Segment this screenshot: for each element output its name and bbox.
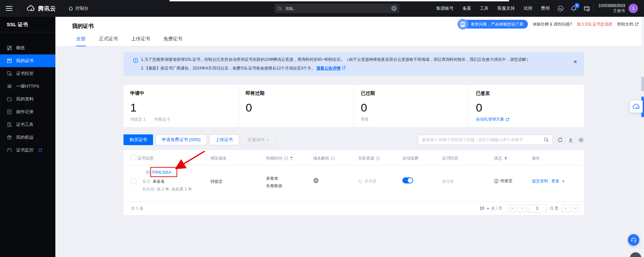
sidebar-item-my-benefits[interactable]: 我的权益 (0, 131, 55, 144)
stat-value: 1 (130, 101, 239, 114)
tab-all[interactable]: 全部 (76, 36, 86, 46)
col-label: 到期时间 (266, 156, 282, 161)
chat-support-button[interactable] (628, 234, 639, 246)
filter-icon[interactable] (504, 157, 508, 161)
sidebar-item-hosting[interactable]: 证书托管 (0, 67, 55, 80)
sidebar-item-my-documents[interactable]: 我的资料 (0, 93, 55, 105)
keyword-search-input[interactable] (422, 137, 544, 142)
external-link-icon (38, 148, 42, 152)
domain-resolution-cell[interactable] (313, 178, 319, 183)
buy-certificate-button[interactable]: 购买证书 (123, 134, 153, 145)
stats-panel: 申请中 1 待提交 1 待验证 0 即将过期 0 已过期 0 查看 已签发 0 (123, 85, 584, 127)
more-dropdown[interactable]: 更多 ▾ (551, 178, 564, 184)
info-icon[interactable] (284, 156, 288, 161)
stat-card-expired: 已过期 0 查看 (354, 85, 469, 127)
apply-free-certificate-button[interactable]: 申请免费证书 (0/50) (156, 134, 207, 145)
announcement-link[interactable]: 查看公告详情 (316, 66, 341, 71)
tab-free-certificates[interactable]: 免费证书 (163, 36, 182, 46)
toolbar: 购买证书 申请免费证书 (0/50) 上传证书 批量操作▾ (123, 134, 584, 145)
sidebar-item-operation-logs[interactable]: 操作记录 (0, 105, 55, 118)
page-size-select[interactable]: 10 ▾ (480, 206, 489, 211)
scrollbar-thumb[interactable] (641, 77, 644, 91)
close-icon[interactable]: ✕ (573, 57, 577, 66)
topnav-item-billing[interactable]: 费用 (541, 5, 550, 11)
ticket-icon[interactable] (557, 5, 564, 12)
console-link[interactable]: 控制台 (68, 5, 89, 11)
info-icon[interactable] (376, 156, 380, 161)
global-search-input[interactable] (285, 6, 389, 11)
headset-icon (631, 237, 637, 243)
col-bound-domain: 绑定域名 (210, 156, 227, 161)
sidebar-item-overview[interactable]: 概览 (0, 42, 55, 54)
settings-gear-icon-button[interactable] (578, 137, 584, 143)
tab-paid-certificates[interactable]: 正式证书 (99, 36, 118, 46)
validity-cell: 有效期: 共 1 年, 当前第 1 年 (142, 186, 192, 192)
col-label: 关联资源 (358, 156, 374, 161)
status-text: 待提交 (500, 178, 512, 184)
page-number-input[interactable] (528, 204, 547, 212)
sort-icon[interactable] (290, 156, 293, 161)
certificate-table: 证书信息 绑定域名 到期时间 域名解析 (123, 150, 584, 215)
first-page-button[interactable] (508, 204, 516, 212)
help-doc-link[interactable]: 帮助文档 (617, 22, 639, 27)
tencent-cloud-logo[interactable]: 腾讯云 (27, 5, 56, 12)
stat-value: 0 (476, 101, 584, 114)
stat-value: 0 (361, 101, 469, 114)
auto-renewal-toggle[interactable] (402, 177, 413, 183)
select-all-checkbox[interactable] (131, 155, 136, 160)
topnav-item-trial[interactable]: 试用 (524, 5, 532, 11)
col-certificate-info: 证书信息 (138, 156, 154, 161)
refresh-icon-button[interactable] (557, 137, 563, 143)
sidebar-item-one-click-https[interactable]: 一键HTTPS (0, 80, 55, 93)
survey-doc-icon (457, 19, 468, 30)
automation-plan-link[interactable]: 自动化管理方案 (476, 117, 509, 122)
topnav-item-group-account[interactable]: 集团账号 (436, 5, 454, 11)
col-associated-resources: 关联资源 (358, 156, 380, 161)
clear-search-icon[interactable]: ✕ (391, 6, 397, 11)
bound-domain-cell: 待提交 (210, 179, 222, 184)
notification-bell-icon[interactable]: 9 (571, 5, 577, 12)
cloud-assistant-widget[interactable] (630, 100, 643, 113)
sidebar-item-my-certificates[interactable]: 我的证书 (0, 54, 55, 67)
hosting-icon (7, 71, 12, 76)
avatar[interactable]: 1 (629, 4, 638, 13)
upload-certificate-button[interactable]: 上传证书 (209, 134, 239, 145)
row-checkbox[interactable] (131, 179, 136, 184)
page-size-unit: 条 / 页 (491, 206, 502, 211)
hamburger-menu-button[interactable] (0, 0, 18, 17)
remark-cell: 备注: 未命名 (142, 179, 165, 184)
next-page-button[interactable] (562, 204, 570, 212)
expire-status: 未签发 (266, 175, 282, 182)
topnav-item-tools[interactable]: 工具 (480, 5, 489, 11)
keyword-search-box[interactable] (418, 135, 553, 145)
remark-label: 备注: (142, 179, 151, 184)
secondary-floating-button[interactable] (630, 252, 641, 257)
sidebar-item-certificate-tools[interactable]: 证书工具 (0, 118, 55, 131)
download-icon-button[interactable] (568, 137, 574, 143)
external-link-icon (505, 118, 509, 122)
batch-operation-button[interactable]: 批量操作▾ (242, 134, 275, 145)
info-icon[interactable] (331, 156, 335, 161)
log-document-icon (7, 109, 12, 115)
topnav-item-support[interactable]: 客服支持 (497, 5, 515, 11)
topnav-item-icp-filing[interactable]: 备案 (462, 5, 471, 11)
sidebar-item-label: 操作记录 (16, 109, 34, 115)
survey-button[interactable]: 有奖问卷，产品体验您说了算 (458, 20, 528, 29)
pagination-bar: 共 1 条 10 ▾ 条 / 页 /1 页 (123, 202, 584, 215)
global-search[interactable]: ✕ (275, 4, 399, 13)
top-menu: 集团账号 备案 工具 客服支持 试用 费用 9 (432, 0, 641, 17)
tencent-cloud-ssl-console: 腾讯云 控制台 ✕ 集团账号 备案 工具 客服支持 (0, 0, 644, 257)
view-link[interactable]: 查看 (361, 117, 369, 122)
last-page-button[interactable] (572, 204, 580, 212)
col-label: 域名解析 (313, 156, 329, 161)
join-group-link[interactable]: 加入SSL证书交流群 (577, 22, 612, 27)
submit-info-link[interactable]: 提交资料 (532, 178, 548, 184)
tab-uploaded-certificates[interactable]: 上传证书 (131, 36, 150, 46)
prev-page-button[interactable] (518, 204, 526, 212)
billing-panel-icon[interactable] (584, 5, 590, 12)
sidebar-item-label: 证书托管 (16, 71, 34, 77)
info-icon (133, 58, 138, 63)
sidebar-item-certificate-monitor[interactable]: 证书监控 (0, 144, 55, 157)
folder-icon (7, 96, 12, 102)
account-info[interactable]: 100036853503 主账号 (598, 3, 625, 13)
